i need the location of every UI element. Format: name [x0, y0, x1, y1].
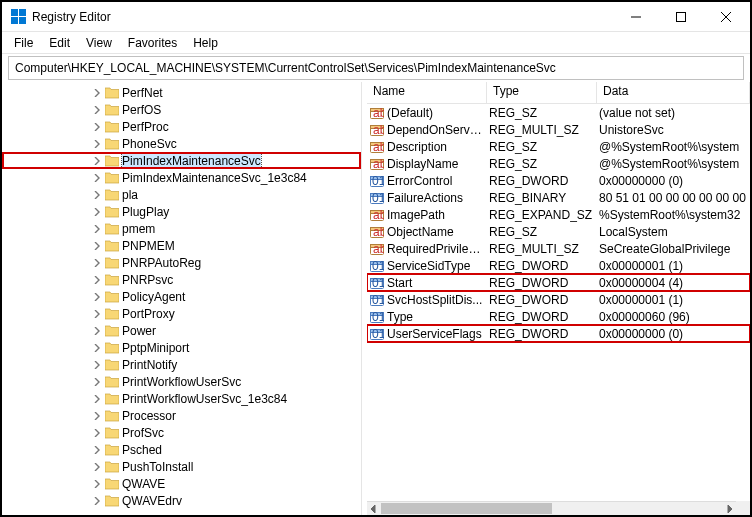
scroll-left-icon[interactable]: [367, 502, 381, 516]
tree-item[interactable]: ProfSvc: [2, 424, 361, 441]
values-list[interactable]: ab(Default)REG_SZ(value not set)abDepend…: [367, 104, 750, 515]
expand-icon[interactable]: [90, 426, 104, 440]
tree-item[interactable]: PrintWorkflowUserSvc_1e3c84: [2, 390, 361, 407]
value-data: @%SystemRoot%\system: [597, 157, 750, 171]
tree-item[interactable]: Processor: [2, 407, 361, 424]
scroll-thumb[interactable]: [381, 503, 552, 514]
value-name: DisplayName: [387, 157, 487, 171]
horizontal-scrollbar[interactable]: [367, 501, 736, 515]
close-button[interactable]: [703, 3, 748, 31]
folder-icon: [104, 256, 120, 270]
string-value-icon: ab: [369, 157, 385, 171]
expand-icon[interactable]: [90, 120, 104, 134]
value-row[interactable]: 011ServiceSidTypeREG_DWORD0x00000001 (1): [367, 257, 750, 274]
value-type: REG_MULTI_SZ: [487, 242, 597, 256]
value-name: DependOnService: [387, 123, 487, 137]
tree-item[interactable]: pla: [2, 186, 361, 203]
column-data[interactable]: Data: [597, 82, 750, 103]
tree-item[interactable]: PNPMEM: [2, 237, 361, 254]
string-value-icon: ab: [369, 123, 385, 137]
folder-icon: [104, 290, 120, 304]
tree-item[interactable]: PolicyAgent: [2, 288, 361, 305]
expand-icon[interactable]: [90, 375, 104, 389]
expand-icon[interactable]: [90, 256, 104, 270]
tree-item[interactable]: PhoneSvc: [2, 135, 361, 152]
expand-icon[interactable]: [90, 341, 104, 355]
folder-icon: [104, 358, 120, 372]
value-row[interactable]: abImagePathREG_EXPAND_SZ%SystemRoot%\sys…: [367, 206, 750, 223]
value-data: (value not set): [597, 106, 750, 120]
tree-item-label: PNRPAutoReg: [122, 256, 201, 270]
menu-favorites[interactable]: Favorites: [120, 34, 185, 52]
tree-item[interactable]: PimIndexMaintenanceSvc: [2, 152, 361, 169]
menu-help[interactable]: Help: [185, 34, 226, 52]
expand-icon[interactable]: [90, 188, 104, 202]
expand-icon[interactable]: [90, 409, 104, 423]
expand-icon[interactable]: [90, 290, 104, 304]
tree-item[interactable]: pmem: [2, 220, 361, 237]
value-row[interactable]: 011TypeREG_DWORD0x00000060 (96): [367, 308, 750, 325]
menu-file[interactable]: File: [6, 34, 41, 52]
value-row[interactable]: 011ErrorControlREG_DWORD0x00000000 (0): [367, 172, 750, 189]
menu-view[interactable]: View: [78, 34, 120, 52]
scroll-right-icon[interactable]: [722, 502, 736, 516]
expand-icon[interactable]: [90, 171, 104, 185]
tree-item[interactable]: PrintWorkflowUserSvc: [2, 373, 361, 390]
expand-icon[interactable]: [90, 392, 104, 406]
expand-icon[interactable]: [90, 307, 104, 321]
expand-icon[interactable]: [90, 477, 104, 491]
column-name[interactable]: Name: [367, 82, 487, 103]
tree-item[interactable]: PptpMiniport: [2, 339, 361, 356]
tree-item[interactable]: PerfProc: [2, 118, 361, 135]
maximize-button[interactable]: [658, 3, 703, 31]
tree-item[interactable]: PNRPsvc: [2, 271, 361, 288]
tree-item-label: PimIndexMaintenanceSvc: [122, 154, 261, 168]
column-type[interactable]: Type: [487, 82, 597, 103]
expand-icon[interactable]: [90, 205, 104, 219]
expand-icon[interactable]: [90, 358, 104, 372]
tree-pane[interactable]: PerfNetPerfOSPerfProcPhoneSvcPimIndexMai…: [2, 82, 362, 515]
tree-item[interactable]: Power: [2, 322, 361, 339]
tree-item[interactable]: Psched: [2, 441, 361, 458]
expand-icon[interactable]: [90, 494, 104, 508]
tree-item[interactable]: QWAVEdrv: [2, 492, 361, 509]
tree-item-label: PortProxy: [122, 307, 175, 321]
tree-item[interactable]: PimIndexMaintenanceSvc_1e3c84: [2, 169, 361, 186]
menu-edit[interactable]: Edit: [41, 34, 78, 52]
expand-icon[interactable]: [90, 86, 104, 100]
tree-item-label: PlugPlay: [122, 205, 169, 219]
expand-icon[interactable]: [90, 154, 104, 168]
expand-icon[interactable]: [90, 273, 104, 287]
tree-item-label: PimIndexMaintenanceSvc_1e3c84: [122, 171, 307, 185]
tree-item[interactable]: PerfOS: [2, 101, 361, 118]
tree-item[interactable]: QWAVE: [2, 475, 361, 492]
value-row[interactable]: abObjectNameREG_SZLocalSystem: [367, 223, 750, 240]
value-row[interactable]: 011StartREG_DWORD0x00000004 (4): [367, 274, 750, 291]
value-type: REG_SZ: [487, 106, 597, 120]
expand-icon[interactable]: [90, 443, 104, 457]
expand-icon[interactable]: [90, 103, 104, 117]
value-row[interactable]: 011UserServiceFlagsREG_DWORD0x00000000 (…: [367, 325, 750, 342]
expand-icon[interactable]: [90, 222, 104, 236]
scroll-track[interactable]: [381, 502, 722, 515]
tree-item-label: QWAVE: [122, 477, 165, 491]
value-row[interactable]: abDependOnServiceREG_MULTI_SZUnistoreSvc: [367, 121, 750, 138]
expand-icon[interactable]: [90, 137, 104, 151]
value-row[interactable]: abDescriptionREG_SZ@%SystemRoot%\system: [367, 138, 750, 155]
value-row[interactable]: 011SvcHostSplitDis...REG_DWORD0x00000001…: [367, 291, 750, 308]
tree-item[interactable]: PushToInstall: [2, 458, 361, 475]
value-row[interactable]: 011FailureActionsREG_BINARY80 51 01 00 0…: [367, 189, 750, 206]
minimize-button[interactable]: [613, 3, 658, 31]
address-bar[interactable]: Computer\HKEY_LOCAL_MACHINE\SYSTEM\Curre…: [8, 56, 744, 80]
expand-icon[interactable]: [90, 324, 104, 338]
value-row[interactable]: abRequiredPrivileg...REG_MULTI_SZSeCreat…: [367, 240, 750, 257]
tree-item[interactable]: PrintNotify: [2, 356, 361, 373]
tree-item[interactable]: PortProxy: [2, 305, 361, 322]
tree-item[interactable]: PNRPAutoReg: [2, 254, 361, 271]
value-row[interactable]: abDisplayNameREG_SZ@%SystemRoot%\system: [367, 155, 750, 172]
expand-icon[interactable]: [90, 460, 104, 474]
value-row[interactable]: ab(Default)REG_SZ(value not set): [367, 104, 750, 121]
tree-item[interactable]: PlugPlay: [2, 203, 361, 220]
expand-icon[interactable]: [90, 239, 104, 253]
tree-item[interactable]: PerfNet: [2, 84, 361, 101]
